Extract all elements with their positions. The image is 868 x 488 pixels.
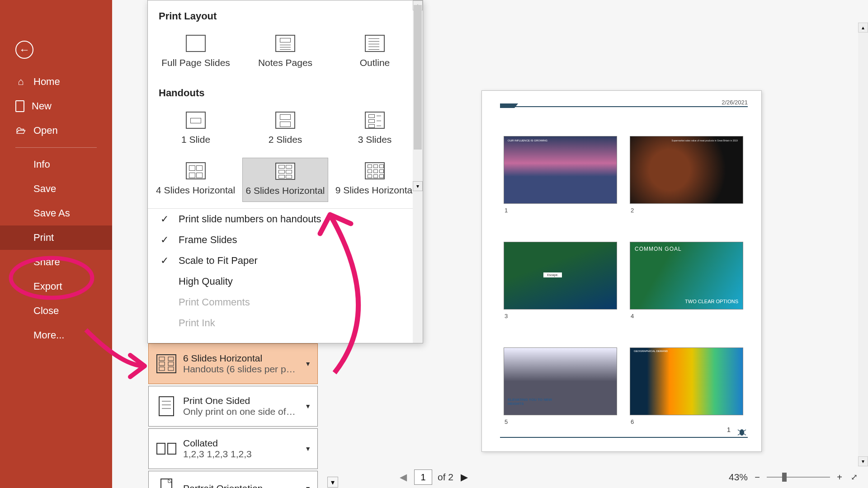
nav-label: Save: [33, 183, 56, 195]
nav-more[interactable]: More...: [0, 323, 112, 347]
slide-number: 2: [631, 207, 634, 214]
svg-rect-1: [159, 357, 165, 361]
check-label: Print slide numbers on handouts: [179, 213, 321, 225]
handout-slide-4: COMMON GOAL TWO CLEAR OPTIONS 4: [630, 242, 743, 310]
scroll-down-button[interactable]: ▾: [413, 181, 423, 191]
nav-save-as[interactable]: Save As: [0, 201, 112, 225]
chevron-down-icon: ▼: [305, 485, 311, 488]
layout-dropdown[interactable]: 6 Slides Horizontal Handouts (6 slides p…: [148, 343, 318, 384]
check-label: Frame Slides: [179, 234, 237, 246]
fit-to-window-button[interactable]: ⤢: [849, 472, 859, 482]
arrow-left-icon: ←: [19, 43, 30, 56]
zoom-thumb[interactable]: [782, 473, 787, 482]
portrait-icon: [153, 475, 179, 488]
check-high-quality[interactable]: High Quality: [148, 271, 423, 292]
svg-rect-11: [157, 443, 165, 454]
layout-option-label: 1 Slide: [181, 134, 210, 145]
zoom-percent: 43%: [729, 472, 748, 483]
option-notes-pages[interactable]: Notes Pages: [243, 30, 328, 74]
panel-scrollbar[interactable]: ▴ ▾: [413, 0, 423, 343]
dropdown-line1: Print One Sided: [183, 395, 317, 406]
footer-logo-icon: [736, 428, 748, 437]
slide-title: Supermarket sales value of meat products…: [672, 139, 739, 142]
option-3-slides[interactable]: 3 Slides: [332, 107, 417, 150]
sides-dropdown[interactable]: Print One Sided Only print on one side o…: [148, 386, 318, 427]
check-label: Print Ink: [179, 317, 215, 329]
document-icon: [15, 100, 24, 112]
nav-label: More...: [33, 329, 64, 341]
preview-footer-rule: [500, 437, 748, 438]
slide-title: Escape.: [543, 272, 562, 277]
svg-rect-2: [168, 357, 174, 361]
nav-close[interactable]: Close: [0, 299, 112, 323]
orientation-dropdown[interactable]: Portrait Orientation ▼: [148, 471, 318, 488]
one-sided-icon: [153, 393, 179, 419]
handout-slide-3: Escape. 3: [504, 242, 617, 310]
check-label: Print Comments: [179, 296, 250, 308]
preview-page-number: 1: [727, 426, 731, 433]
nav-home[interactable]: ⌂ Home: [0, 70, 112, 94]
nav-print[interactable]: Print: [0, 225, 112, 250]
layout-options-panel: ▴ ▾ Print Layout Full Page Slides Notes …: [147, 0, 423, 343]
nav-label: Info: [33, 159, 50, 170]
check-frame-slides[interactable]: ✓Frame Slides: [148, 230, 423, 250]
handout-slide-1: OUR INFLUENCE IS GROWING 1: [504, 136, 617, 204]
settings-scroll-down[interactable]: ▾: [327, 477, 338, 488]
preview-header-tab: [500, 103, 518, 108]
zoom-slider[interactable]: [767, 477, 830, 478]
nav-label: New: [32, 100, 52, 112]
nav-export[interactable]: Export: [0, 274, 112, 299]
option-4-slides-horizontal[interactable]: 4 Slides Horizontal: [153, 158, 238, 202]
scroll-up-button[interactable]: ▴: [858, 23, 868, 33]
back-button[interactable]: ←: [15, 41, 33, 59]
option-full-page-slides[interactable]: Full Page Slides: [153, 30, 238, 74]
check-label: Scale to Fit Paper: [179, 255, 258, 267]
zoom-in-button[interactable]: +: [835, 472, 844, 482]
current-page-input[interactable]: [414, 469, 432, 485]
dropdown-line1: Portrait Orientation: [183, 483, 317, 488]
page-navigator: ◀ of 2 ▶: [398, 469, 470, 485]
dropdown-line2: 1,2,3 1,2,3 1,2,3: [183, 449, 296, 460]
next-page-button[interactable]: ▶: [459, 472, 470, 483]
nav-share[interactable]: Share: [0, 250, 112, 274]
svg-rect-12: [168, 443, 176, 454]
dropdown-line2: Handouts (6 slides per p…: [183, 364, 296, 375]
nav-divider: [15, 147, 97, 148]
slide-number: 5: [505, 418, 508, 425]
check-print-comments: Print Comments: [148, 292, 423, 313]
nav-info[interactable]: Info: [0, 152, 112, 177]
nav-new[interactable]: New: [0, 94, 112, 118]
svg-rect-4: [168, 362, 174, 366]
print-preview-page: 2/26/2021 OUR INFLUENCE IS GROWING 1 Sup…: [481, 90, 762, 452]
layout-option-label: 3 Slides: [358, 134, 392, 145]
option-1-slide[interactable]: 1 Slide: [153, 107, 238, 150]
nav-open[interactable]: 🗁 Open: [0, 118, 112, 143]
nav-label: Save As: [33, 207, 70, 219]
layout-option-label: Full Page Slides: [161, 57, 230, 68]
slide-number: 1: [505, 207, 508, 214]
option-2-slides[interactable]: 2 Slides: [243, 107, 328, 150]
option-9-slides-horizontal[interactable]: 9 Slides Horizontal: [333, 158, 417, 202]
scroll-down-button[interactable]: ▾: [858, 456, 868, 466]
dropdown-line1: 6 Slides Horizontal: [183, 353, 317, 364]
handout-slide-6: GEOGRAPHICAL DEMAND 6: [630, 347, 743, 415]
prev-page-button[interactable]: ◀: [398, 472, 409, 483]
handout-slide-2: Supermarket sales value of meat products…: [630, 136, 743, 204]
slide-title: ELEVATING YOU TO NEW HEIGHTS: [508, 398, 564, 406]
scroll-thumb[interactable]: [414, 5, 422, 150]
preview-scrollbar[interactable]: ▴ ▾: [858, 23, 868, 466]
svg-rect-3: [159, 362, 165, 366]
preview-date: 2/26/2021: [722, 99, 748, 106]
option-outline[interactable]: Outline: [332, 30, 417, 74]
slide-number: 6: [631, 418, 634, 425]
svg-rect-13: [161, 479, 172, 488]
collate-dropdown[interactable]: Collated 1,2,3 1,2,3 1,2,3 ▼: [148, 428, 318, 469]
option-6-slides-horizontal[interactable]: 6 Slides Horizontal: [242, 158, 328, 202]
check-slide-numbers[interactable]: ✓Print slide numbers on handouts: [148, 209, 423, 230]
handout-slide-5: ELEVATING YOU TO NEW HEIGHTS 5: [504, 347, 617, 415]
svg-rect-5: [159, 367, 165, 371]
check-scale-to-fit[interactable]: ✓Scale to Fit Paper: [148, 250, 423, 271]
zoom-out-button[interactable]: −: [752, 472, 762, 482]
nav-save[interactable]: Save: [0, 177, 112, 201]
handout-grid: OUR INFLUENCE IS GROWING 1 Supermarket s…: [504, 136, 743, 415]
